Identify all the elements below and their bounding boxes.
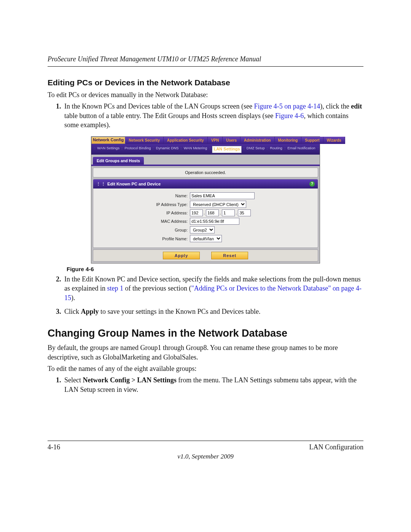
para-to-edit-names: To edit the names of any of the eight av… <box>48 364 363 373</box>
status-message: Operation succeeded. <box>93 168 318 177</box>
subtab-routing[interactable]: Routing <box>270 146 282 153</box>
link-fig4-5[interactable]: Figure 4-5 on page 4-14 <box>254 102 320 110</box>
tab-monitoring[interactable]: Monitoring <box>275 137 302 144</box>
subtab-dmz-setup[interactable]: DMZ Setup <box>247 146 265 153</box>
ip-octet-2[interactable] <box>206 209 219 216</box>
tab-network-security[interactable]: Network Security <box>125 137 164 144</box>
edit-known-pc-panel: ⋮⋮ Edit Known PC and Device ? Name: IP A… <box>93 179 318 248</box>
label-ip: IP Address: <box>112 211 190 215</box>
para-default-groups: By default, the groups are named Group1 … <box>48 343 363 362</box>
panel-title: ⋮⋮ Edit Known PC and Device <box>96 182 161 187</box>
section-heading: Editing PCs or Devices in the Network Da… <box>48 78 363 87</box>
tab-wizards[interactable]: Wizards <box>323 137 345 144</box>
profile-select[interactable]: defaultVlan <box>190 235 222 242</box>
tab-vpn[interactable]: VPN <box>208 137 223 144</box>
link-step1[interactable]: step 1 <box>107 284 123 292</box>
footer-version: v1.0, September 2009 <box>48 453 363 460</box>
main-nav: Network Config Network Security Applicat… <box>91 137 320 144</box>
ip-octet-4[interactable] <box>238 209 251 216</box>
label-group: Group: <box>112 228 190 232</box>
name-input[interactable] <box>190 192 255 199</box>
group-select[interactable]: Group2 <box>190 226 215 233</box>
footer-page-number: 4-16 <box>48 443 60 451</box>
subtab-wan-metering[interactable]: WAN Metering <box>184 146 207 153</box>
figure-caption: Figure 4-6 <box>67 266 363 272</box>
step-3: Click Apply to save your settings in the… <box>63 307 363 316</box>
help-icon[interactable]: ? <box>309 181 315 187</box>
label-profile: Profile Name: <box>112 236 190 241</box>
subtab-email-notification[interactable]: Email Notification <box>287 146 315 153</box>
tab-support[interactable]: Support <box>301 137 323 144</box>
heading-changing-group-names: Changing Group Names in the Network Data… <box>48 328 363 339</box>
ip-octet-3[interactable] <box>222 209 235 216</box>
subtab-lan-settings[interactable]: LAN Settings <box>212 146 241 153</box>
link-fig4-6[interactable]: Figure 4-6 <box>275 112 304 120</box>
reset-button[interactable]: Reset <box>211 252 248 259</box>
label-iptype: IP Address Type: <box>112 202 190 207</box>
subtab-protocol-binding[interactable]: Protocol Binding <box>124 146 151 153</box>
section-tab-edit-groups[interactable]: Edit Groups and Hosts <box>93 157 144 165</box>
tab-application-security[interactable]: Application Security <box>164 137 208 144</box>
apply-button[interactable]: Apply <box>163 252 200 259</box>
running-header: ProSecure Unified Threat Management UTM1… <box>48 55 363 67</box>
tab-users[interactable]: Users <box>223 137 241 144</box>
intro-text: To edit PCs or devices manually in the N… <box>48 90 363 99</box>
screenshot-figure: Network Config Network Security Applicat… <box>91 136 320 264</box>
ip-octet-1[interactable] <box>190 209 203 216</box>
tab-network-config[interactable]: Network Config <box>91 137 125 144</box>
label-mac: MAC Address: <box>112 219 190 224</box>
sub-nav: ::WAN Settings ::Protocol Binding ::Dyna… <box>91 144 320 155</box>
tab-administration[interactable]: Administration <box>241 137 275 144</box>
step-2: In the Edit Known PC and Device section,… <box>63 275 363 302</box>
bstep-1: Select Network Config > LAN Settings fro… <box>63 375 363 394</box>
footer-section: LAN Configuration <box>309 443 363 451</box>
mac-input[interactable] <box>190 218 239 225</box>
iptype-select[interactable]: Reserved (DHCP Client) <box>190 201 246 208</box>
subtab-dynamic-dns[interactable]: Dynamic DNS <box>156 146 179 153</box>
step-1: In the Known PCs and Devices table of th… <box>63 102 363 129</box>
subtab-wan-settings[interactable]: WAN Settings <box>97 146 119 153</box>
label-name: Name: <box>112 193 190 198</box>
